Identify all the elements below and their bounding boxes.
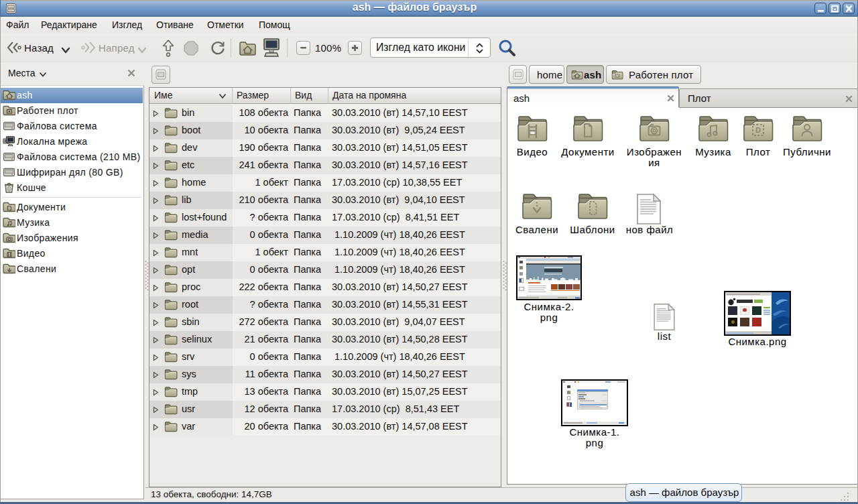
svg-text:D: D — [755, 126, 761, 134]
